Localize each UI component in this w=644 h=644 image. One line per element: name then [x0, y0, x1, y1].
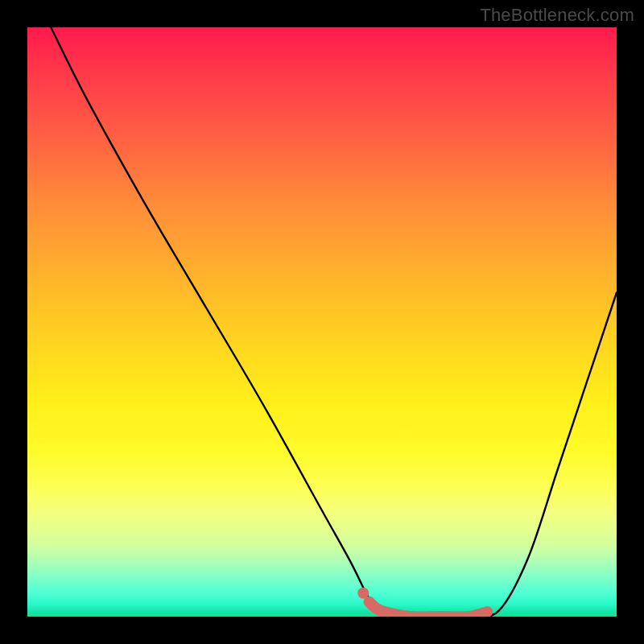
- bottleneck-curve-line: [51, 27, 617, 617]
- watermark-text: TheBottleneck.com: [480, 5, 634, 26]
- bottleneck-highlight-segment: [369, 602, 487, 617]
- bottleneck-curve-svg: [27, 27, 617, 617]
- chart-frame: TheBottleneck.com: [0, 0, 644, 644]
- bottleneck-highlight-dot: [357, 588, 369, 599]
- plot-area: [27, 27, 617, 617]
